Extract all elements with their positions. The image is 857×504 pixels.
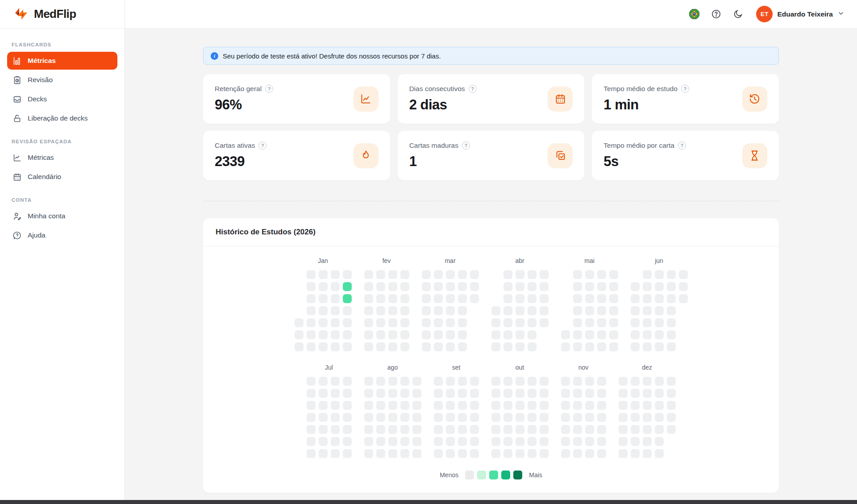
heatmap-cell bbox=[307, 282, 316, 291]
heatmap-cell bbox=[319, 342, 328, 351]
heatmap-cell bbox=[434, 425, 443, 434]
heatmap-cell bbox=[667, 425, 676, 434]
heatmap-cell bbox=[470, 413, 479, 422]
heatmap-cell bbox=[307, 449, 316, 458]
heatmap-cell bbox=[376, 330, 385, 339]
heatmap-cell bbox=[343, 449, 352, 458]
user-pen-icon bbox=[12, 212, 22, 221]
heatmap-cell bbox=[516, 449, 524, 458]
heatmap-cell bbox=[655, 342, 664, 351]
heatmap-cell bbox=[516, 306, 524, 315]
heatmap-cell bbox=[422, 306, 431, 315]
stat-card-label: Dias consecutivos bbox=[409, 85, 465, 93]
heatmap-cell bbox=[655, 389, 664, 398]
heatmap-cell bbox=[307, 377, 316, 386]
stat-card-value: 96% bbox=[215, 97, 273, 113]
heatmap-cell bbox=[503, 270, 512, 279]
heatmap-month-label: mar bbox=[445, 257, 455, 264]
heatmap-cell bbox=[503, 342, 512, 351]
heatmap-cell bbox=[631, 449, 640, 458]
stat-card-value: 5s bbox=[603, 154, 686, 170]
heatmap-cell bbox=[458, 425, 467, 434]
sidebar-item-metricas[interactable]: Métricas bbox=[7, 52, 117, 70]
heatmap-cell bbox=[400, 413, 409, 422]
heatmap-cell bbox=[364, 389, 373, 398]
stat-card-value: 1 bbox=[409, 154, 470, 170]
help-circle-icon[interactable]: ? bbox=[258, 142, 266, 150]
heatmap-cell bbox=[585, 437, 594, 446]
heatmap-cell bbox=[400, 389, 409, 398]
heatmap-month-jan: Jan bbox=[295, 257, 352, 351]
sidebar-section-label: CONTA bbox=[7, 197, 117, 203]
heatmap-cell bbox=[434, 389, 443, 398]
sidebar-item-calendario[interactable]: Calendário bbox=[7, 168, 117, 186]
heatmap-cell bbox=[458, 318, 467, 327]
heatmap-month-mar: mar bbox=[422, 257, 479, 351]
heatmap-cell bbox=[573, 437, 582, 446]
heatmap-cell bbox=[643, 270, 652, 279]
heatmap-cell bbox=[319, 377, 328, 386]
heatmap-cell bbox=[458, 330, 467, 339]
heatmap-cell bbox=[503, 330, 512, 339]
heatmap-cell bbox=[412, 389, 421, 398]
heatmap-cell bbox=[585, 413, 594, 422]
study-history-card: Histórico de Estudos (2026) Jan fev mar … bbox=[203, 218, 779, 493]
heatmap-cell bbox=[307, 437, 316, 446]
heatmap-cell bbox=[446, 342, 455, 351]
brand[interactable]: MedFlip bbox=[0, 0, 125, 29]
heatmap-cell bbox=[667, 342, 676, 351]
language-flag-button[interactable] bbox=[688, 8, 700, 21]
help-button[interactable] bbox=[710, 8, 722, 21]
heatmap-cell bbox=[400, 306, 409, 315]
help-circle-icon[interactable]: ? bbox=[265, 85, 273, 93]
help-circle-icon[interactable]: ? bbox=[681, 85, 689, 93]
sidebar-item-decks[interactable]: Decks bbox=[7, 90, 117, 108]
help-circle-icon[interactable]: ? bbox=[462, 142, 470, 150]
stat-card-value: 2339 bbox=[215, 154, 266, 170]
sidebar-item-minha-conta[interactable]: Minha conta bbox=[7, 207, 117, 225]
heatmap-cell bbox=[319, 330, 328, 339]
heatmap-cell bbox=[295, 342, 304, 351]
heatmap-cell bbox=[446, 425, 455, 434]
heatmap-cell bbox=[343, 425, 352, 434]
stat-card-tempo-medio-por-carta: Tempo médio por carta ? 5s bbox=[592, 131, 779, 180]
heatmap-cell bbox=[446, 306, 455, 315]
heatmap-cell bbox=[458, 449, 467, 458]
heatmap-cell bbox=[388, 425, 397, 434]
heatmap-month-abr: abr bbox=[491, 257, 549, 351]
heatmap-cell bbox=[331, 342, 340, 351]
heatmap-cell bbox=[446, 318, 455, 327]
heatmap-cell bbox=[597, 318, 606, 327]
heatmap-cell bbox=[343, 318, 352, 327]
unlock-icon bbox=[12, 114, 22, 123]
help-circle-icon[interactable]: ? bbox=[678, 142, 686, 150]
month-grid bbox=[364, 270, 409, 351]
heatmap-cell bbox=[516, 318, 524, 327]
heatmap-cell bbox=[619, 401, 628, 410]
heatmap-cell bbox=[631, 282, 640, 291]
heatmap-cell bbox=[573, 306, 582, 315]
heatmap-cell bbox=[331, 401, 340, 410]
heatmap-cell bbox=[573, 449, 582, 458]
heatmap-cell bbox=[540, 425, 549, 434]
heatmap-cell bbox=[503, 425, 512, 434]
heatmap-cell bbox=[597, 294, 606, 303]
heatmap-cell bbox=[667, 413, 676, 422]
heatmap-cell bbox=[307, 306, 316, 315]
heatmap-cell bbox=[434, 330, 443, 339]
sidebar-item-revisao[interactable]: Revisão bbox=[7, 71, 117, 89]
help-circle-icon[interactable]: ? bbox=[469, 85, 477, 93]
sidebar-item-liberacao-de-decks[interactable]: Liberação de decks bbox=[7, 109, 117, 127]
study-history-body: Jan fev mar abr mai jun Jul ago set out … bbox=[203, 246, 779, 479]
heatmap-cell bbox=[331, 294, 340, 303]
sidebar-item-ajuda[interactable]: Ajuda bbox=[7, 226, 117, 244]
user-menu[interactable]: ET Eduardo Teixeira bbox=[756, 6, 845, 22]
heatmap-cell bbox=[655, 330, 664, 339]
sidebar-item-metricas[interactable]: Métricas bbox=[7, 149, 117, 167]
heatmap-cell bbox=[561, 330, 570, 339]
heatmap-cell bbox=[528, 270, 537, 279]
dark-mode-button[interactable] bbox=[732, 8, 744, 21]
heatmap-cell bbox=[667, 318, 676, 327]
heatmap-cell bbox=[609, 270, 618, 279]
sidebar: MedFlip FLASHCARDS Métricas Revisão Deck… bbox=[0, 0, 125, 504]
